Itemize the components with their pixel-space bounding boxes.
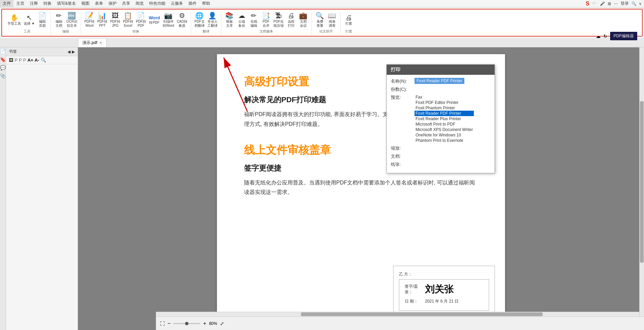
menu-cloud[interactable]: 云服务 (168, 0, 186, 7)
remote-print-btn[interactable]: 🖨 远程打印 (285, 12, 297, 28)
printer-foxit-phantom[interactable]: Foxit Phantom Printer (415, 105, 474, 111)
zoom-minus-btn[interactable]: − (167, 321, 170, 327)
ocr-btn[interactable]: 🔤 OCR识别文本 (65, 12, 79, 28)
print-row-doc: 文档: (391, 153, 490, 159)
sidebar-tool-3[interactable]: P (19, 58, 22, 63)
signature-box: 乙 方： 签字/盖章： 刘关张 日 期： 2021 年 6 月 21 日 (393, 266, 495, 316)
attachment-icon[interactable]: 📎 (0, 73, 6, 79)
menu-special[interactable]: 特色功能 (146, 0, 168, 7)
pdf-to-jpg-btn[interactable]: 🖼 PDF转JPG (109, 12, 122, 28)
menu-view[interactable]: 视图 (79, 0, 92, 7)
print-label: 打窝 (345, 22, 352, 26)
online-edit-btn[interactable]: ✏ 在线编辑 (248, 12, 260, 28)
print-row-scale: 缩放: (391, 145, 490, 151)
login-btn[interactable]: 登录 (621, 1, 629, 6)
section-print: 🖨 打窝 打窝 (341, 11, 357, 35)
pro-translate-btn[interactable]: 👤 专业人工翻译 (206, 12, 219, 28)
template-lib-btn[interactable]: 📚 模板文库 (223, 12, 236, 28)
reading-check-btn[interactable]: 📖 阅卷调查 (326, 12, 338, 28)
pdf-excel-label: PDF转Excel (123, 20, 133, 28)
pdf-ppt-label: PDF转PPT (97, 20, 107, 28)
menu-file[interactable]: 文件 (0, 0, 14, 7)
menu-view2[interactable]: 阅览 (133, 0, 146, 7)
tab-close-btn[interactable]: ✕ (99, 41, 102, 45)
scroll-thumb-v[interactable] (640, 101, 644, 263)
printer-foxit-editor[interactable]: Foxit PDF Editor Printer (415, 100, 474, 105)
menu-share[interactable]: 共享 (119, 0, 133, 7)
zoom-plus-btn[interactable]: + (203, 321, 206, 327)
printer-onenote[interactable]: OneNote for Windows 10 (415, 132, 474, 138)
pdf-translate-btn[interactable]: 🌐 PDF文档翻译 (193, 12, 206, 28)
printer-ms-xps[interactable]: Microsoft XPS Document Writer (415, 127, 474, 132)
meeting-label: 文档会议 (300, 20, 307, 28)
menu-home[interactable]: 主页 (14, 0, 27, 7)
sidebar-tool-4[interactable]: P (23, 58, 26, 63)
printer-foxit-reader[interactable]: Foxit Reader PDF Printer (415, 111, 474, 116)
separator: 中· (592, 1, 597, 6)
sidebar-nav: ◀ ▶ (67, 49, 75, 54)
print-dialog-title: 打印 (387, 65, 495, 75)
merge-label: PDF合并 (263, 20, 269, 28)
nav-next[interactable]: ▶ (72, 49, 75, 54)
zoom-slider[interactable] (173, 323, 200, 324)
sidebar-tool-2[interactable]: P (15, 58, 18, 63)
edit-doc-btn[interactable]: ✏ 编辑文档 (53, 12, 65, 28)
print-doc-label: 文档: (391, 153, 415, 159)
fit-page-icon[interactable]: ⛶ (160, 321, 165, 326)
section-edit: ✏ 编辑文档 🔤 OCR识别文本 编辑 (51, 11, 81, 35)
nav-prev[interactable]: ◀ (67, 49, 71, 54)
menu-help[interactable]: 帮助 (199, 0, 213, 7)
printer-foxit-plus[interactable]: Foxit Reader Plus Printer (415, 116, 474, 122)
expand-icon[interactable]: ⤢ (220, 321, 224, 326)
printer-evernote[interactable]: Phantom Print to Evernote (415, 138, 474, 143)
vertical-scrollbar[interactable] (639, 47, 644, 316)
thumbnail-icon[interactable]: 📄 (0, 49, 6, 54)
select-tool-btn[interactable]: ↖ 选择 ▼ (22, 14, 36, 26)
sidebar-tool-7[interactable]: 🔍 (41, 58, 46, 63)
word-to-pdf-btn[interactable]: Word 转PDF (147, 15, 161, 25)
cloud-status-icon: ☁ (596, 34, 601, 39)
menu-forms[interactable]: 表单 (92, 0, 106, 7)
cloud-backup-btn[interactable]: ☁ 云端备份 (236, 12, 248, 28)
menu-convert[interactable]: 转换 (41, 0, 54, 7)
menu-protect[interactable]: 保护 (106, 0, 119, 7)
sidebar-tool-6[interactable]: A- (35, 58, 39, 63)
doc-services-label: 文档服务 (260, 29, 273, 34)
pdf-excel-icon: 📋 (124, 12, 132, 19)
scan-convert-btn[interactable]: 📷 扫描件转Word (161, 12, 176, 28)
pdf-editor-button[interactable]: PDF编辑器 (610, 32, 637, 40)
bookmark-icon[interactable]: 🔖 (0, 57, 6, 62)
pdf-to-excel-btn[interactable]: 📋 PDF转Excel (122, 12, 135, 28)
pdf-compress-btn[interactable]: 🗜 PDF在线压缩 (272, 12, 285, 28)
document-tab[interactable]: 演示.pdf ✕ (78, 38, 106, 47)
select-icon: ↖ (26, 14, 32, 21)
pdf-to-ppt-btn[interactable]: 📊 PDF转PPT (96, 12, 109, 28)
online-edit-label: 在线编辑 (250, 20, 257, 28)
pdf-to-word-btn[interactable]: 📝 PDF转Word (83, 12, 96, 28)
main-area: 📄 🔖 💬 📎 书签 ◀ ▶ 🖼 P P P A+ A- 🔍 (0, 47, 644, 330)
menu-plugin[interactable]: 插件 (186, 0, 199, 7)
scroll-thumb-h[interactable] (301, 312, 543, 316)
sidebar-tool-5[interactable]: A+ (27, 58, 33, 63)
edit-page-btn[interactable]: 📄 编辑页面 (36, 12, 48, 28)
menu-sign[interactable]: 填写&签名 (54, 0, 79, 7)
sig-date-row: 日 期： 2021 年 6 月 21 日 (405, 299, 483, 304)
free-check-btn[interactable]: 🔍 免费查重 (314, 12, 326, 28)
comment-icon[interactable]: 💬 (0, 65, 6, 70)
pdf-merge-btn[interactable]: 📑 PDF合并 (260, 12, 272, 28)
free-check-label: 免费查重 (317, 20, 323, 28)
sidebar-tool-1[interactable]: 🖼 (9, 58, 13, 63)
more-icon: ⋯ (614, 1, 618, 6)
print-row-copies: 份数(C): (391, 86, 490, 92)
print-main-btn[interactable]: 🖨 打窝 (343, 14, 355, 26)
pdf-bottom-bar: ⛶ − + 80% ⤢ (156, 316, 644, 330)
printer-fax[interactable]: Fax (415, 94, 474, 100)
pdf-to-pdf-btn[interactable]: 📄 PDF转PDF (135, 12, 147, 28)
menu-annotation[interactable]: 注释 (27, 0, 41, 7)
printer-ms-pdf[interactable]: Microsoft Print to PDF (415, 122, 474, 127)
hand-tool-btn[interactable]: ✋ 手型工具 (6, 14, 22, 26)
cad-convert-btn[interactable]: ⚙ CAD转换器 (176, 12, 189, 28)
doc-meeting-btn[interactable]: 💼 文档会议 (297, 12, 309, 28)
horizontal-scrollbar[interactable] (156, 312, 639, 316)
search-icon[interactable]: 🔍 (631, 1, 637, 6)
